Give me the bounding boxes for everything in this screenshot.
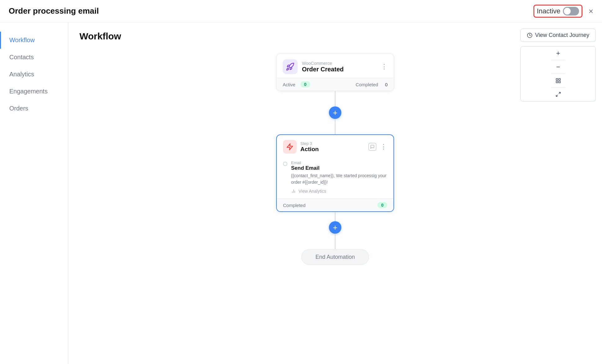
close-button[interactable]: × xyxy=(589,7,593,15)
lightning-icon xyxy=(286,143,294,151)
trigger-menu-icon[interactable]: ⋮ xyxy=(381,63,388,71)
workflow-title: Workflow xyxy=(79,31,121,42)
email-body: {{contact_first_name}}, We started proce… xyxy=(291,173,387,186)
inactive-label: Inactive xyxy=(537,7,560,15)
action-menu-icon[interactable]: ⋮ xyxy=(380,143,387,151)
connector-3 xyxy=(335,212,335,221)
add-step-button-2[interactable]: + xyxy=(329,221,341,234)
workflow-canvas: WooCommerce Order Created ⋮ Active 0 Com… xyxy=(68,47,602,364)
email-name: Send Email xyxy=(291,165,387,171)
sidebar-item-analytics[interactable]: Analytics xyxy=(0,66,68,83)
sidebar-item-engagements[interactable]: Engagements xyxy=(0,83,68,100)
status-toggle-wrap: Inactive xyxy=(533,5,582,18)
sidebar: Workflow Contacts Analytics Engagements … xyxy=(0,22,68,364)
action-node-header: Step 3 Action ⋮ xyxy=(277,135,393,157)
view-analytics-link[interactable]: View Analytics xyxy=(291,189,387,194)
journey-icon xyxy=(527,33,532,38)
action-card-body: Email Send Email {{contact_first_name}},… xyxy=(277,157,393,199)
main-content: Workflow View Contact Journey + − xyxy=(68,22,602,364)
rocket-icon xyxy=(286,62,294,71)
comment-icon[interactable] xyxy=(368,143,376,151)
trigger-completed-label: Completed xyxy=(356,82,378,87)
end-automation-node[interactable]: End Automation xyxy=(301,249,369,265)
main-layout: Workflow Contacts Analytics Engagements … xyxy=(0,22,602,364)
email-content: Email Send Email {{contact_first_name}},… xyxy=(291,160,387,194)
sidebar-item-workflow[interactable]: Workflow xyxy=(0,32,68,49)
email-type-label: Email xyxy=(291,160,387,165)
svg-marker-7 xyxy=(287,144,293,150)
sidebar-item-orders[interactable]: Orders xyxy=(0,100,68,117)
trigger-completed-count: 0 xyxy=(385,82,388,87)
page-title: Order processing email xyxy=(9,6,99,16)
connector-1 xyxy=(335,91,335,106)
trigger-info: WooCommerce Order Created xyxy=(302,61,381,73)
workflow-flow: WooCommerce Order Created ⋮ Active 0 Com… xyxy=(276,53,394,265)
trigger-platform: WooCommerce xyxy=(302,61,381,66)
sidebar-item-contacts[interactable]: Contacts xyxy=(0,49,68,66)
header: Order processing email Inactive × xyxy=(0,0,602,22)
action-icon-wrap xyxy=(283,140,297,154)
trigger-node-header: WooCommerce Order Created ⋮ xyxy=(276,54,394,78)
trigger-footer: Active 0 Completed 0 xyxy=(276,78,394,91)
view-contact-journey-button[interactable]: View Contact Journey xyxy=(520,29,596,42)
connector-2 xyxy=(335,119,335,134)
action-footer: Completed 0 xyxy=(277,199,393,211)
chart-icon xyxy=(291,189,296,194)
header-right: Inactive × xyxy=(533,5,593,18)
trigger-active-label: Active xyxy=(283,82,295,87)
trigger-node[interactable]: WooCommerce Order Created ⋮ Active 0 Com… xyxy=(276,53,394,91)
action-icons: ⋮ xyxy=(368,143,387,151)
action-info: Step 3 Action xyxy=(300,141,368,153)
action-type-label: Action xyxy=(300,146,368,153)
toggle-knob xyxy=(564,8,571,15)
action-completed-badge: 0 xyxy=(377,202,387,208)
action-completed-label: Completed xyxy=(283,203,306,208)
action-step-label: Step 3 xyxy=(300,141,368,146)
action-node[interactable]: Step 3 Action ⋮ xyxy=(276,134,394,212)
connector-4 xyxy=(335,234,335,249)
trigger-active-badge: 0 xyxy=(300,81,310,88)
active-toggle[interactable] xyxy=(563,7,579,16)
trigger-event: Order Created xyxy=(302,66,381,73)
trigger-icon-wrap xyxy=(283,59,298,74)
add-step-button-1[interactable]: + xyxy=(329,106,341,119)
email-detail: Email Send Email {{contact_first_name}},… xyxy=(283,160,387,194)
email-dot xyxy=(283,162,287,166)
